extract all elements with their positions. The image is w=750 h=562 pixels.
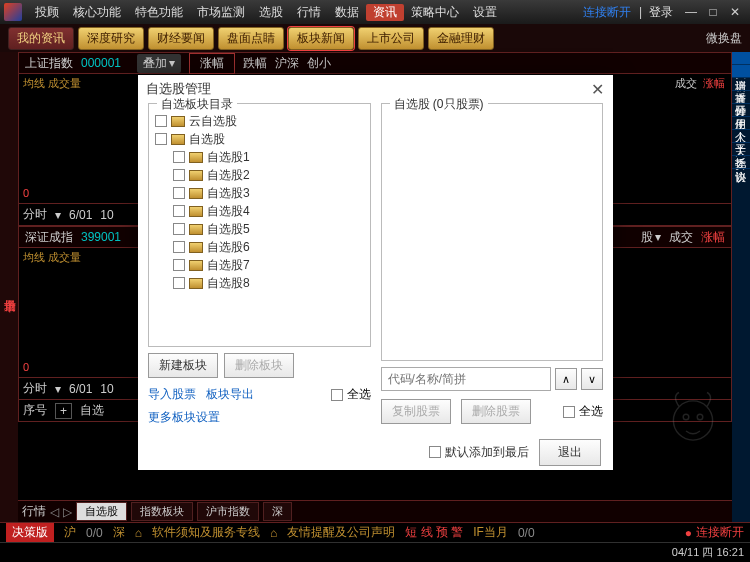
col-zhangfu2[interactable]: 涨幅 (701, 229, 725, 246)
tree-node[interactable]: 自选股5 (155, 220, 364, 238)
move-down-button[interactable]: ∨ (581, 368, 603, 390)
tree-node[interactable]: 自选股4 (155, 202, 364, 220)
info-tab-6[interactable]: 金融理财 (428, 27, 494, 50)
info-tab-3[interactable]: 盘面点睛 (218, 27, 284, 50)
export-link[interactable]: 板块导出 (206, 386, 254, 403)
right-item-6[interactable]: 关于 (732, 130, 750, 143)
node-checkbox[interactable] (173, 223, 185, 235)
move-up-button[interactable]: ∧ (555, 368, 577, 390)
menu-0[interactable]: 投顾 (28, 4, 66, 21)
avg-label2: 均线 (23, 251, 45, 263)
hangqing-label[interactable]: 行情 (22, 503, 46, 520)
menu-6[interactable]: 数据 (328, 4, 366, 21)
menu-2[interactable]: 特色功能 (128, 4, 190, 21)
tree-node[interactable]: 自选股8 (155, 274, 364, 292)
notice-link[interactable]: 软件须知及服务专线 (152, 524, 260, 541)
tab-zhangfu[interactable]: 涨幅 (189, 53, 235, 74)
node-checkbox[interactable] (173, 241, 185, 253)
node-checkbox[interactable] (173, 187, 185, 199)
fenshi-tab[interactable]: 分时 (23, 206, 47, 223)
conn-indicator[interactable]: ● 连接断开 (685, 524, 744, 541)
add-overlay[interactable]: 叠加 (137, 54, 181, 73)
add-button[interactable]: + (55, 403, 72, 419)
mini-swap[interactable]: 微换盘 (706, 30, 742, 47)
tree-node[interactable]: 自选股3 (155, 184, 364, 202)
tab-chuangxiao[interactable]: 创小 (307, 55, 331, 72)
login-link[interactable]: 登录 (642, 4, 680, 21)
dropdown-icon[interactable]: 股 (641, 229, 661, 246)
next-icon[interactable]: ▷ (63, 505, 72, 519)
right-item-5[interactable]: 个人 (732, 117, 750, 130)
select-all-label-r: 全选 (579, 403, 603, 420)
delete-stock-button[interactable]: 删除股票 (461, 399, 531, 424)
col-chengjiao2[interactable]: 成交 (669, 229, 693, 246)
left-strip[interactable]: 市场全景 (0, 52, 18, 522)
node-checkbox[interactable] (173, 259, 185, 271)
tree-node[interactable]: 自选股 (155, 130, 364, 148)
node-checkbox[interactable] (173, 169, 185, 181)
tree-node[interactable]: 自选股2 (155, 166, 364, 184)
right-item-7[interactable]: 委托 (732, 143, 750, 156)
tree-node[interactable]: 自选股6 (155, 238, 364, 256)
right-item-3[interactable]: 三分钟 (732, 91, 750, 104)
tab-shen[interactable]: 深 (263, 502, 292, 521)
node-checkbox[interactable] (173, 277, 185, 289)
import-link[interactable]: 导入股票 (148, 386, 196, 403)
col-zhangfu[interactable]: 涨幅 (703, 77, 725, 89)
right-item-8[interactable]: 协议 (732, 156, 750, 169)
chevron-down-icon[interactable]: ▾ (55, 382, 61, 396)
menu-3[interactable]: 市场监测 (190, 4, 252, 21)
tab-hushen[interactable]: 沪深 (275, 55, 299, 72)
info-tab-2[interactable]: 财经要闻 (148, 27, 214, 50)
info-tab-4[interactable]: 板块新闻 (288, 27, 354, 50)
index-name: 深证成指 (25, 229, 73, 246)
node-checkbox[interactable] (173, 205, 185, 217)
info-tab-5[interactable]: 上市公司 (358, 27, 424, 50)
copy-stock-button[interactable]: 复制股票 (381, 399, 451, 424)
maximize-button[interactable]: □ (702, 5, 724, 19)
node-checkbox[interactable] (173, 151, 185, 163)
tab-hushizs[interactable]: 沪市指数 (197, 502, 259, 521)
minimize-button[interactable]: ― (680, 5, 702, 19)
tab-diefu[interactable]: 跌幅 (243, 55, 267, 72)
chevron-down-icon[interactable]: ▾ (55, 208, 61, 222)
tree-node[interactable]: 自选股7 (155, 256, 364, 274)
right-item-0[interactable]: 实战 (732, 52, 750, 65)
search-input[interactable] (381, 367, 552, 391)
close-icon[interactable]: ✕ (589, 81, 605, 97)
menu-8[interactable]: 策略中心 (404, 4, 466, 21)
select-all-checkbox[interactable] (331, 389, 343, 401)
right-item-2[interactable]: 直播 (732, 78, 750, 91)
close-button[interactable]: ✕ (724, 5, 746, 19)
menu-1[interactable]: 核心功能 (66, 4, 128, 21)
fenshi-tab2[interactable]: 分时 (23, 380, 47, 397)
node-checkbox[interactable] (155, 115, 167, 127)
info-tab-0[interactable]: 我的资讯 (8, 27, 74, 50)
menu-5[interactable]: 行情 (290, 4, 328, 21)
append-last-checkbox[interactable] (429, 446, 441, 458)
prev-icon[interactable]: ◁ (50, 505, 59, 519)
new-block-button[interactable]: 新建板块 (148, 353, 218, 378)
right-item-1[interactable]: 培训 (732, 65, 750, 78)
more-settings-link[interactable]: 更多板块设置 (148, 410, 220, 424)
exit-button[interactable]: 退出 (539, 439, 601, 466)
tab-zhishubk[interactable]: 指数板块 (131, 502, 193, 521)
delete-block-button[interactable]: 删除板块 (224, 353, 294, 378)
node-label: 云自选股 (189, 113, 237, 130)
info-tab-1[interactable]: 深度研究 (78, 27, 144, 50)
menu-4[interactable]: 选股 (252, 4, 290, 21)
menu-7[interactable]: 资讯 (366, 4, 404, 21)
node-checkbox[interactable] (155, 133, 167, 145)
remind-link[interactable]: 友情提醒及公司声明 (287, 524, 395, 541)
tree-node[interactable]: 云自选股 (155, 112, 364, 130)
menu-9[interactable]: 设置 (466, 4, 504, 21)
home-icon[interactable]: ⌂ (270, 526, 277, 540)
seq-label: 序号 (23, 402, 47, 419)
select-all-checkbox-r[interactable] (563, 406, 575, 418)
right-item-4[interactable]: 使用 (732, 104, 750, 117)
home-icon[interactable]: ⌂ (135, 526, 142, 540)
self-select[interactable]: 自选 (80, 402, 104, 419)
col-chengjiao[interactable]: 成交 (675, 77, 697, 89)
tab-zixuangu[interactable]: 自选股 (76, 502, 127, 521)
tree-node[interactable]: 自选股1 (155, 148, 364, 166)
